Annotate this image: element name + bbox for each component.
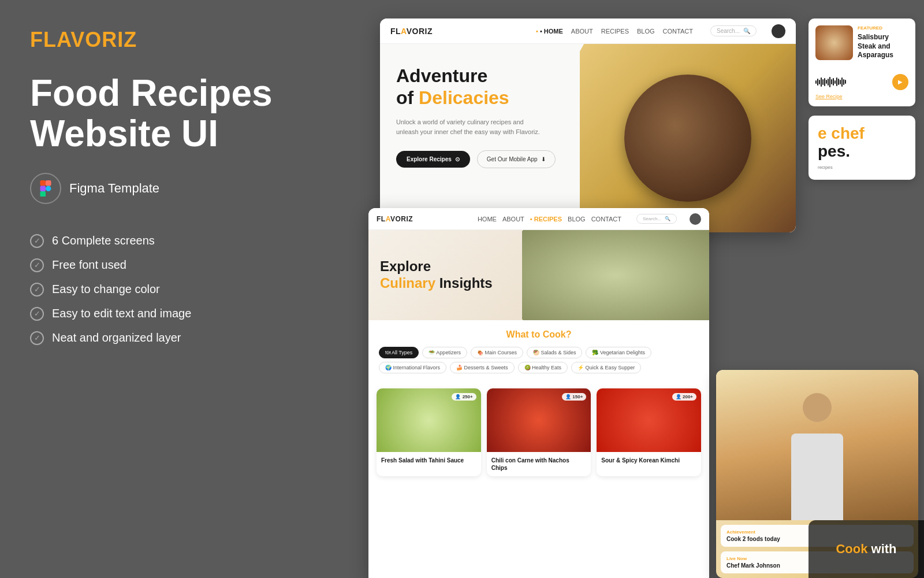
figma-badge: Figma Template	[30, 173, 334, 204]
recipe-cards: 👤 250+ Fresh Salad with Tahini Sauce 👤 1…	[368, 381, 709, 483]
filter-desserts[interactable]: 🍰 Desserts & Sweets	[450, 362, 515, 373]
recipe-chili-badge: 👤 150+	[562, 393, 586, 401]
filter-main-courses[interactable]: 🍖 Main Courses	[471, 347, 523, 358]
hero-buttons: Explore Recipes ⊙ Get Our Mobile App ⬇	[396, 150, 593, 168]
what-to-cook-title: What to Cook?	[379, 329, 699, 340]
figma-template-label: Figma Template	[69, 181, 159, 196]
nav-link-about[interactable]: ABOUT	[571, 28, 593, 35]
logo-suffix: VORIZ	[70, 28, 137, 51]
filter-appetizers[interactable]: 🥗 Appetizers	[422, 347, 467, 358]
chef-panel: e chef pes. recipes	[808, 116, 915, 180]
explore-recipes-button[interactable]: Explore Recipes ⊙	[396, 151, 470, 168]
right-area: FLAVORIZ • HOME ABOUT RECIPES BLOG CONTA…	[364, 0, 924, 578]
brand-logo: FLAVORIZ	[30, 28, 334, 52]
hero-content: Adventure of Delicacies Unlock a world o…	[380, 44, 609, 232]
recipe-card-chili[interactable]: 👤 150+ Chili con Carne with Nachos Chips	[487, 388, 591, 476]
nav-links: • HOME ABOUT RECIPES BLOG CONTACT	[536, 28, 693, 35]
recipes-banner: Explore Culinary Insights	[368, 230, 709, 320]
features-list: ✓ 6 Complete screens ✓ Free font used ✓ …	[30, 234, 334, 345]
filter-vegetarian[interactable]: 🥦 Vegetarian Delights	[586, 347, 651, 358]
check-icon: ✓	[30, 331, 44, 345]
search-placeholder: Search...	[717, 28, 740, 34]
nav-logo: FLAVORIZ	[390, 27, 433, 36]
featured-audio-player: ▶	[815, 69, 908, 90]
hero-title: Adventure of Delicacies	[396, 65, 593, 109]
svg-rect-3	[40, 191, 46, 197]
filter-quick-easy[interactable]: ⚡ Quick & Easy Supper	[571, 362, 641, 373]
recipe-chili-image: 👤 150+	[487, 388, 591, 452]
nav-link-recipes[interactable]: RECIPES	[601, 28, 629, 35]
cook-with-label: Cook with	[836, 542, 896, 557]
main-title: Food Recipes Website UI	[30, 73, 334, 154]
recipe-salad-image: 👤 250+	[377, 388, 481, 452]
logo-prefix: FL	[30, 28, 57, 51]
audio-play-button[interactable]: ▶	[892, 74, 908, 90]
nav-link-home[interactable]: • HOME	[536, 28, 563, 35]
hero-section: Adventure of Delicacies Unlock a world o…	[380, 44, 796, 232]
nav-link-contact[interactable]: CONTACT	[663, 28, 693, 35]
chef-silhouette	[777, 393, 858, 520]
food-pan	[624, 75, 751, 202]
recipe-salad-badge: 👤 250+	[452, 393, 476, 401]
featured-panel: FEATURED Salisbury Steak and Asparagus	[808, 18, 915, 106]
feature-item: ✓ Free font used	[30, 258, 334, 272]
chef-sub-text: recipes	[818, 164, 906, 171]
recipe-kimchi-badge: 👤 200+	[672, 393, 696, 401]
nav-search-mid[interactable]: Search... 🔍	[636, 214, 677, 224]
nav-avatar-mid[interactable]	[690, 213, 701, 225]
chef-big-text: e chef pes.	[818, 125, 906, 161]
recipe-chili-title: Chili con Carne with Nachos Chips	[491, 457, 587, 472]
recipe-card-salad[interactable]: 👤 250+ Fresh Salad with Tahini Sauce	[377, 388, 481, 476]
mobile-app-button[interactable]: Get Our Mobile App ⬇	[477, 150, 556, 168]
svg-point-4	[46, 186, 51, 191]
recipe-card-kimchi[interactable]: 👤 200+ Sour & Spicy Korean Kimchi	[597, 388, 701, 476]
figma-icon	[30, 173, 61, 204]
hero-description: Unlock a world of variety culinary recip…	[396, 117, 546, 138]
recipe-kimchi-image: 👤 200+	[597, 388, 701, 452]
website-mid-screenshot: FLAVORIZ HOME ABOUT RECIPES BLOG CONTACT…	[368, 208, 709, 578]
recipes-banner-title: Explore Culinary Insights	[380, 258, 493, 292]
website-top-screenshot: FLAVORIZ • HOME ABOUT RECIPES BLOG CONTA…	[380, 18, 796, 232]
recipe-kimchi-title: Sour & Spicy Korean Kimchi	[601, 457, 696, 464]
download-icon: ⬇	[541, 156, 546, 162]
nav-bar-top: FLAVORIZ • HOME ABOUT RECIPES BLOG CONTA…	[380, 18, 796, 44]
svg-rect-1	[46, 180, 51, 186]
compass-icon: ⊙	[455, 156, 460, 162]
feature-item: ✓ 6 Complete screens	[30, 234, 334, 248]
left-panel: FLAVORIZ Food Recipes Website UI Figma T…	[0, 0, 364, 578]
filter-salads-sides[interactable]: 🥙 Salads & Sides	[527, 347, 583, 358]
filter-international[interactable]: 🌍 International Flavors	[379, 362, 446, 373]
see-recipe-link[interactable]: See Recipe	[815, 94, 908, 99]
check-icon: ✓	[30, 283, 44, 297]
feature-item: ✓ Neat and organized layer	[30, 331, 334, 345]
live-chef-background	[716, 370, 918, 520]
filter-tags-row2: 🌍 International Flavors 🍰 Desserts & Swe…	[379, 362, 699, 373]
hero-food-image	[580, 44, 796, 232]
banner-food-image	[522, 230, 710, 320]
recipe-salad-title: Fresh Salad with Tahini Sauce	[381, 457, 476, 464]
logo-orange: A	[57, 28, 70, 51]
filter-tags-row1: 🍽 All Types 🥗 Appetizers 🍖 Main Courses …	[379, 347, 699, 358]
check-icon: ✓	[30, 258, 44, 272]
search-icon: 🔍	[743, 28, 750, 34]
svg-rect-2	[40, 186, 46, 191]
nav-link-blog[interactable]: BLOG	[637, 28, 655, 35]
feature-item: ✓ Easy to change color	[30, 283, 334, 297]
featured-food-image	[815, 25, 853, 60]
check-icon: ✓	[30, 307, 44, 321]
filter-section: What to Cook? 🍽 All Types 🥗 Appetizers 🍖…	[368, 320, 709, 381]
nav-avatar[interactable]	[772, 24, 785, 38]
nav-search[interactable]: Search... 🔍	[710, 25, 757, 36]
feature-item: ✓ Easy to edit text and image	[30, 307, 334, 321]
search-icon-mid: 🔍	[665, 216, 670, 221]
cook-with-overlay: Cook with	[808, 520, 924, 578]
audio-waveform	[815, 76, 889, 88]
filter-healthy[interactable]: 🥝 Healthy Eats	[518, 362, 568, 373]
filter-all-types[interactable]: 🍽 All Types	[379, 347, 419, 358]
featured-name: Salisbury Steak and Asparagus	[858, 33, 908, 60]
svg-rect-0	[40, 180, 46, 186]
featured-label: FEATURED	[858, 25, 908, 31]
check-icon: ✓	[30, 234, 44, 248]
